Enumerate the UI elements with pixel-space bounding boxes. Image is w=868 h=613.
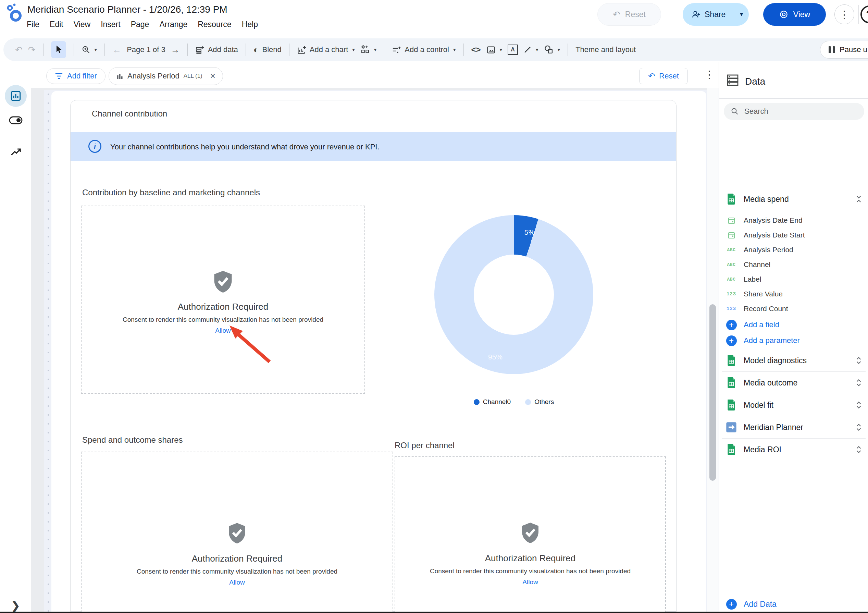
sheets-icon [719, 355, 744, 366]
menu-arrange[interactable]: Arrange [159, 20, 188, 29]
rail-controls-tab[interactable] [0, 116, 31, 125]
kebab-icon: ⋮ [839, 9, 849, 20]
source-model-fit[interactable]: Model fit [719, 394, 868, 416]
field-label[interactable]: ABC Label [719, 272, 868, 286]
menu-edit[interactable]: Edit [50, 20, 64, 29]
menu-view[interactable]: View [74, 20, 90, 29]
analysis-period-filter-chip[interactable]: Analysis Period ALL (1) ✕ [108, 67, 223, 85]
view-button[interactable]: View [763, 3, 826, 26]
insert-line-button[interactable]: ▾ [523, 46, 538, 54]
source-meridian-planner[interactable]: Meridian Planner [719, 416, 868, 438]
field-analysis-date-end[interactable]: Analysis Date End [719, 213, 868, 228]
shape-icon [544, 45, 553, 54]
undo-button[interactable]: ↶ [15, 45, 23, 54]
header-more-options-button[interactable]: ⋮ [834, 5, 854, 24]
header-divider [859, 5, 859, 24]
expand-icon[interactable] [855, 356, 862, 365]
close-icon[interactable]: ✕ [210, 72, 216, 80]
expand-rail-button[interactable]: ❯ [0, 600, 31, 611]
app-header: Meridian Scenario Planner - 1/20/26, 12:… [0, 0, 868, 38]
image-icon [487, 45, 496, 54]
add-parameter-button[interactable]: + Add a parameter [719, 333, 868, 348]
source-media-outcome[interactable]: Media outcome [719, 372, 868, 394]
insert-shape-button[interactable]: ▾ [544, 45, 560, 54]
theme-layout-button[interactable]: Theme and layout [575, 45, 636, 54]
search-input[interactable] [744, 107, 847, 116]
card-title: Channel contribution [92, 109, 167, 119]
legend-item-channel0[interactable]: Channel0 [474, 398, 511, 406]
insert-image-button[interactable]: ▾ [487, 45, 502, 54]
pause-updates-button[interactable]: Pause u [820, 41, 868, 59]
legend-item-others[interactable]: Others [525, 398, 554, 406]
auth-required-title: Authorization Required [82, 553, 392, 564]
field-channel[interactable]: ABC Channel [719, 257, 868, 272]
caret-down-icon: ▾ [500, 47, 502, 53]
expand-icon[interactable] [855, 423, 862, 432]
share-button[interactable]: Share ▼ [683, 3, 749, 26]
expand-icon[interactable] [855, 445, 862, 454]
spend-outcome-chart-placeholder[interactable]: Authorization Required Consent to render… [81, 452, 393, 613]
blend-button[interactable]: ◐ Blend [253, 45, 282, 54]
zoom-tool-button[interactable]: ▾ [82, 45, 97, 54]
add-control-button[interactable]: Add a control ▾ [392, 45, 456, 54]
insert-text-button[interactable]: A [508, 45, 518, 55]
menu-insert[interactable]: Insert [101, 20, 121, 29]
rail-report-tab[interactable] [5, 85, 27, 107]
contribution-chart-placeholder[interactable]: Authorization Required Consent to render… [81, 206, 365, 394]
redo-button[interactable]: ↷ [28, 45, 36, 54]
menu-help[interactable]: Help [242, 20, 258, 29]
donut-chart[interactable]: 5% 95% [434, 215, 593, 374]
info-banner-text: Your channel contributions help you unde… [110, 143, 380, 151]
chevron-right-icon: ❯ [11, 600, 20, 611]
bar-chart-icon [116, 72, 123, 80]
rail-insights-tab[interactable] [0, 147, 31, 157]
expand-icon[interactable] [855, 400, 862, 410]
text-type-icon: ABC [719, 247, 744, 253]
add-field-button[interactable]: + Add a field [719, 317, 868, 332]
allow-link[interactable]: Allow [395, 578, 665, 586]
allow-link[interactable]: Allow [82, 579, 392, 586]
roi-chart-placeholder[interactable]: Authorization Required Consent to render… [395, 456, 666, 613]
filter-reset-button[interactable]: ↶ Reset [639, 68, 688, 84]
help-icon: ? [866, 8, 868, 21]
source-media-roi[interactable]: Media ROI [719, 439, 868, 461]
section-title-spend-outcome: Spend and outcome shares [82, 435, 183, 445]
field-record-count[interactable]: 123 Record Count [719, 301, 868, 316]
menu-page[interactable]: Page [131, 20, 149, 29]
field-analysis-period[interactable]: ABC Analysis Period [719, 243, 868, 257]
select-tool-button[interactable] [51, 41, 66, 58]
sheets-icon [719, 444, 744, 455]
add-filter-button[interactable]: Add filter [46, 68, 105, 84]
auth-required-message: Consent to render this community visuali… [82, 316, 364, 323]
person-add-icon [691, 10, 701, 19]
add-data-button[interactable]: Add data [195, 45, 238, 54]
filter-bar-more-button[interactable]: ⋮ [702, 66, 717, 83]
add-icon: + [719, 599, 744, 610]
field-search[interactable] [724, 103, 864, 120]
menu-resource[interactable]: Resource [198, 20, 231, 29]
field-share-value[interactable]: 123 Share Value [719, 287, 868, 301]
report-title[interactable]: Meridian Scenario Planner - 1/20/26, 12:… [27, 4, 228, 15]
menu-file[interactable]: File [27, 20, 39, 29]
info-icon: i [88, 140, 101, 153]
text-type-icon: ABC [719, 277, 744, 282]
filter-bar: Add filter Analysis Period ALL (1) ✕ ↶ R… [31, 62, 719, 88]
source-media-spend[interactable]: Media spend [719, 190, 868, 208]
page-indicator[interactable]: Page 1 of 3 [127, 45, 166, 54]
auth-required-title: Authorization Required [395, 553, 665, 564]
add-data-bottom-button[interactable]: + Add Data [719, 596, 868, 613]
add-chart-button[interactable]: Add a chart ▾ [297, 45, 355, 54]
share-dropdown-caret[interactable]: ▼ [734, 11, 749, 17]
collapse-icon[interactable] [855, 195, 862, 203]
source-model-diagnostics[interactable]: Model diagnostics [719, 349, 868, 371]
prev-page-button[interactable]: ← [112, 45, 121, 54]
help-button[interactable]: ? [860, 5, 868, 23]
field-analysis-date-start[interactable]: Analysis Date Start [719, 228, 868, 242]
expand-icon[interactable] [855, 378, 862, 387]
embed-code-button[interactable]: <> [471, 45, 481, 54]
canvas-scrollbar-thumb[interactable] [709, 304, 716, 481]
community-visualizations-button[interactable]: ▾ [360, 45, 377, 54]
next-page-button[interactable]: → [171, 45, 180, 54]
caret-down-icon: ▾ [352, 47, 355, 53]
allow-link[interactable]: Allow [82, 327, 364, 334]
